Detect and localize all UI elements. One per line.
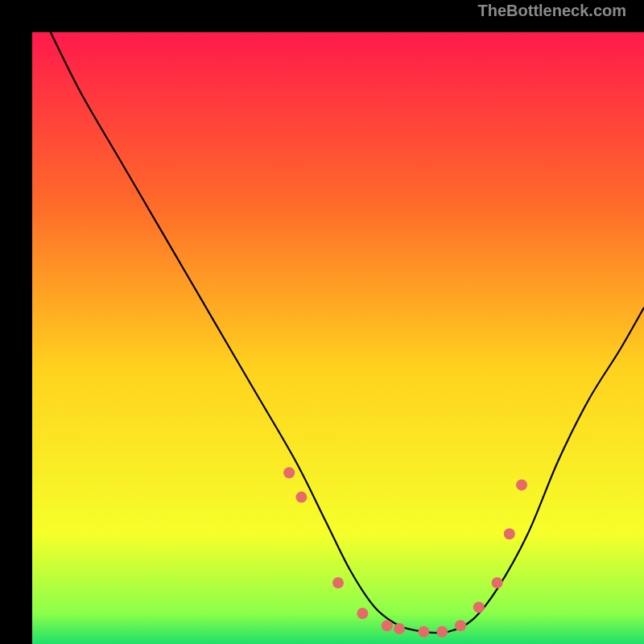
data-marker bbox=[382, 620, 393, 631]
data-marker bbox=[394, 623, 405, 634]
gradient-background bbox=[32, 32, 644, 644]
data-marker bbox=[504, 528, 515, 539]
data-marker bbox=[418, 626, 429, 638]
chart-plot bbox=[32, 32, 644, 644]
data-marker bbox=[492, 577, 503, 588]
data-marker bbox=[283, 467, 295, 478]
data-marker bbox=[516, 479, 527, 490]
chart-frame bbox=[16, 16, 628, 628]
data-marker bbox=[332, 577, 344, 588]
data-marker bbox=[473, 601, 485, 613]
data-marker bbox=[295, 492, 307, 503]
watermark-text: TheBottleneck.com bbox=[478, 2, 626, 20]
data-marker bbox=[455, 620, 466, 631]
data-marker bbox=[357, 608, 368, 619]
data-marker bbox=[436, 626, 448, 638]
